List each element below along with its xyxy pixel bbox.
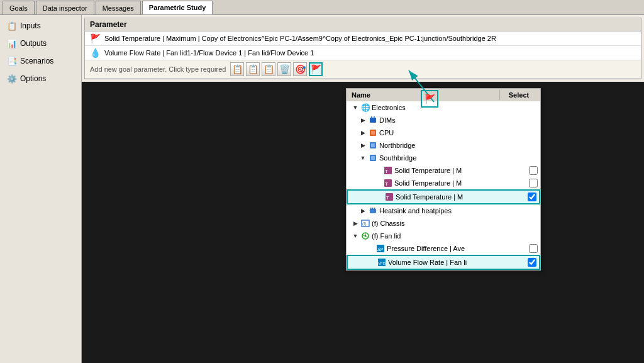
sidebar-item-inputs[interactable]: 📋 Inputs xyxy=(3,18,79,34)
heatsink-expand[interactable]: ▶ xyxy=(359,207,367,215)
dropdown-col-name-header: Name xyxy=(349,90,500,100)
volume-flow-label: Volume Flow Rate | Fan li xyxy=(388,259,526,266)
cpu-expand[interactable]: ▶ xyxy=(359,129,367,137)
tree-item-cpu[interactable]: ▶ CPU xyxy=(347,126,540,139)
main-panel: Parameter 🚩 Solid Temperature | Maximum … xyxy=(82,15,644,363)
param-row-1-icon: 🚩 xyxy=(90,33,101,43)
southbridge-icon xyxy=(368,153,378,163)
svg-text:T: T xyxy=(386,195,389,201)
volume-flow-expand xyxy=(368,259,375,266)
solid-temp-3-checkbox[interactable] xyxy=(528,193,536,201)
tree-container: ▼ 🌐 Electronics ▶ DIMs xyxy=(347,101,540,270)
solid-temp-1-icon: T xyxy=(383,165,393,176)
param-row-2-text: Volume Flow Rate | Fan lid1-1/Flow Devic… xyxy=(104,49,314,57)
cpu-label: CPU xyxy=(379,129,538,137)
main-container: Goals Data inspector Messages Parametric… xyxy=(0,0,644,363)
svg-rect-6 xyxy=(374,116,375,118)
tree-item-heatsink[interactable]: ▶ Heatsink and heatpipes xyxy=(347,204,540,217)
solid-temp-2-label: Solid Temperature | M xyxy=(394,179,528,187)
svg-rect-12 xyxy=(371,156,375,160)
svg-text:(f): (f) xyxy=(362,221,367,226)
svg-text:T: T xyxy=(385,169,388,174)
svg-rect-5 xyxy=(371,116,372,118)
tree-item-dims[interactable]: ▶ DIMs xyxy=(347,114,540,126)
sidebar-item-scenarios[interactable]: 📑 Scenarios xyxy=(3,53,79,69)
svg-text:T: T xyxy=(385,181,388,187)
tree-item-solid-temp-3[interactable]: T Solid Temperature | M xyxy=(347,189,540,204)
solid-temp-2-icon: T xyxy=(383,178,393,188)
southbridge-expand[interactable]: ▼ xyxy=(359,154,367,162)
heatsink-icon xyxy=(368,206,378,216)
tree-item-solid-temp-2[interactable]: T Solid Temperature | M xyxy=(347,177,540,189)
toolbar-btn-flag[interactable]: 🚩 xyxy=(309,62,323,76)
southbridge-label: Southbridge xyxy=(379,154,538,162)
dropdown-header: Name Select xyxy=(347,89,540,101)
sidebar-item-outputs[interactable]: 📊 Outputs xyxy=(3,35,79,52)
toolbar-btn-3[interactable]: 📋 xyxy=(262,62,275,76)
sidebar-outputs-label: Outputs xyxy=(20,39,47,48)
tree-item-fan-lid[interactable]: ▼ (f) Fan lid xyxy=(347,230,540,242)
solid-temp-1-expand xyxy=(374,167,382,174)
solid-temp-2-expand xyxy=(374,179,382,187)
solid-temp-3-label: Solid Temperature | M xyxy=(396,193,526,201)
northbridge-icon xyxy=(368,140,378,150)
parameter-table: Parameter 🚩 Solid Temperature | Maximum … xyxy=(84,18,641,79)
svg-rect-10 xyxy=(371,143,375,147)
chassis-icon: (f) xyxy=(360,218,370,228)
solid-temp-3-icon: T xyxy=(384,192,394,202)
param-row-2-icon: 💧 xyxy=(90,48,101,58)
tree-item-southbridge[interactable]: ▼ Southbridge xyxy=(347,152,540,164)
dims-icon xyxy=(368,115,378,125)
sidebar-item-options[interactable]: ⚙️ Options xyxy=(3,70,79,87)
solid-temp-1-checkbox[interactable] xyxy=(529,166,538,175)
heatsink-label: Heatsink and heatpipes xyxy=(379,207,538,215)
tab-data-inspector[interactable]: Data inspector xyxy=(36,1,94,14)
svg-text:ΔP: ΔP xyxy=(377,247,384,252)
svg-rect-21 xyxy=(372,208,374,209)
param-row-1[interactable]: 🚩 Solid Temperature | Maximum | Copy of … xyxy=(85,31,641,46)
sidebar-inputs-label: Inputs xyxy=(20,21,41,30)
solid-temp-1-label: Solid Temperature | M xyxy=(394,167,528,174)
tab-goals[interactable]: Goals xyxy=(3,1,35,14)
sidebar: 📋 Inputs 📊 Outputs 📑 Scenarios ⚙️ Option… xyxy=(0,15,82,363)
volume-flow-checkbox[interactable] xyxy=(528,258,536,267)
toolbar-btn-target[interactable]: 🎯 xyxy=(293,62,307,76)
solid-temp-2-checkbox[interactable] xyxy=(529,179,538,187)
pressure-diff-checkbox[interactable] xyxy=(529,244,538,253)
black-background: Name Select ▼ 🌐 Electronics ▶ xyxy=(82,82,644,363)
pressure-diff-icon: ΔP xyxy=(375,243,386,254)
sidebar-scenarios-label: Scenarios xyxy=(20,57,53,65)
dims-expand[interactable]: ▶ xyxy=(359,116,367,124)
fan-lid-expand[interactable]: ▼ xyxy=(352,232,359,240)
tab-parametric-study[interactable]: Parametric Study xyxy=(142,1,213,14)
tree-item-electronics[interactable]: ▼ 🌐 Electronics xyxy=(347,101,540,114)
tab-messages[interactable]: Messages xyxy=(96,1,141,14)
scenarios-icon: 📑 xyxy=(7,56,17,66)
tree-item-pressure-diff[interactable]: ΔP Pressure Difference | Ave xyxy=(347,242,540,255)
northbridge-expand[interactable]: ▶ xyxy=(359,142,367,149)
content-area: 📋 Inputs 📊 Outputs 📑 Scenarios ⚙️ Option… xyxy=(0,15,644,363)
svg-rect-20 xyxy=(370,208,372,209)
electronics-expand[interactable]: ▼ xyxy=(352,104,359,111)
fan-lid-label: (f) Fan lid xyxy=(372,232,538,240)
outputs-icon: 📊 xyxy=(7,38,17,48)
sidebar-options-label: Options xyxy=(20,74,46,83)
tree-item-northbridge[interactable]: ▶ Northbridge xyxy=(347,139,540,152)
toolbar-btn-2[interactable]: 📋 xyxy=(246,62,260,76)
tree-item-chassis[interactable]: ▶ (f) (f) Chassis xyxy=(347,217,540,230)
svg-rect-4 xyxy=(370,118,376,123)
toolbar-btn-delete[interactable]: 🗑️ xyxy=(277,62,291,76)
toolbar-btn-1[interactable]: 📋 xyxy=(230,62,244,76)
svg-rect-22 xyxy=(374,208,375,209)
param-table-header: Parameter xyxy=(85,18,641,31)
chassis-expand[interactable]: ▶ xyxy=(352,220,359,227)
tree-item-solid-temp-1[interactable]: T Solid Temperature | M xyxy=(347,164,540,177)
param-row-2[interactable]: 💧 Volume Flow Rate | Fan lid1-1/Flow Dev… xyxy=(85,46,641,60)
dropdown-panel: Name Select ▼ 🌐 Electronics ▶ xyxy=(346,88,541,271)
tree-item-volume-flow-rate[interactable]: VFR Volume Flow Rate | Fan li xyxy=(347,255,540,270)
dropdown-col-select-header: Select xyxy=(500,90,538,100)
electronics-label: Electronics xyxy=(372,104,538,111)
toolbar-row: Add new goal parameter. Click type requi… xyxy=(85,60,641,79)
solid-temp-3-expand xyxy=(375,193,383,201)
svg-rect-8 xyxy=(371,131,375,135)
